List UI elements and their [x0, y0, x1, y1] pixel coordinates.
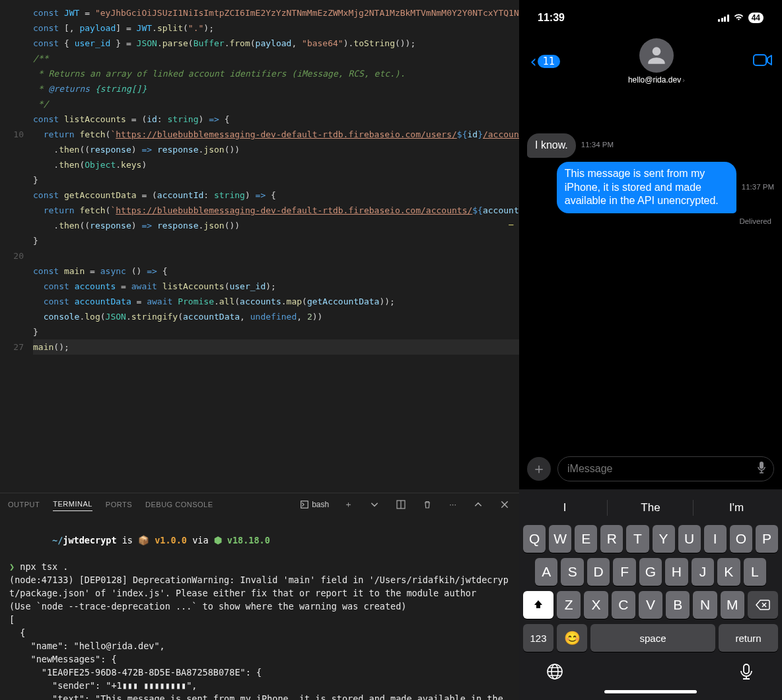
key-i[interactable]: I: [704, 525, 727, 553]
key-q[interactable]: Q: [523, 525, 546, 553]
panel-tab-ports[interactable]: PORTS: [106, 498, 132, 511]
globe-key[interactable]: [546, 662, 564, 683]
svg-rect-8: [744, 664, 749, 674]
message-input[interactable]: [557, 456, 774, 481]
key-m[interactable]: M: [721, 591, 744, 619]
key-z[interactable]: Z: [557, 591, 581, 619]
close-panel-button[interactable]: [498, 500, 511, 509]
message-timestamp: 11:37 PM: [742, 183, 774, 191]
key-d[interactable]: D: [587, 558, 610, 586]
prompt-symbol: ❯: [9, 561, 15, 572]
key-v[interactable]: V: [639, 591, 662, 619]
delivered-status: Delivered: [527, 217, 774, 225]
svg-rect-0: [301, 501, 308, 508]
message-row: This message is sent from my iPhone, it …: [527, 162, 774, 213]
more-actions-button[interactable]: ···: [447, 499, 458, 509]
key-x[interactable]: X: [584, 591, 608, 619]
key-b[interactable]: B: [666, 591, 690, 619]
keyboard: ITheI'm QWERTYUIOP ASDFGHJKL ZXCVBNM 123…: [519, 489, 782, 700]
terminal-dropdown-icon[interactable]: [368, 500, 381, 509]
message-text-field[interactable]: [567, 463, 756, 475]
kill-terminal-button[interactable]: [421, 500, 434, 509]
phone-status-bar: 11:39 44: [519, 0, 782, 30]
key-h[interactable]: H: [665, 558, 688, 586]
terminal-stdout: (node:47133) [DEP0128] DeprecationWarnin…: [9, 573, 510, 700]
key-a[interactable]: A: [535, 558, 557, 586]
facetime-button[interactable]: [753, 53, 773, 69]
key-w[interactable]: W: [549, 525, 571, 553]
key-p[interactable]: P: [756, 525, 778, 553]
key-c[interactable]: C: [612, 591, 635, 619]
key-o[interactable]: O: [730, 525, 752, 553]
chevron-right-icon: ›: [682, 76, 685, 84]
terminal-output[interactable]: ~/jwtdecrypt is 📦 v1.0.0 via ⬢ v18.18.0 …: [0, 515, 519, 700]
battery-level: 44: [748, 13, 764, 23]
key-f[interactable]: F: [613, 558, 635, 586]
key-l[interactable]: L: [744, 558, 766, 586]
panel-tab-bar: OUTPUTTERMINALPORTSDEBUG CONSOLE bash ＋ …: [0, 493, 519, 515]
prediction[interactable]: I: [522, 493, 608, 522]
message-timestamp: 11:34 PM: [581, 141, 614, 149]
message-input-bar: ＋: [519, 450, 782, 489]
key-g[interactable]: G: [639, 558, 662, 586]
message-bubble[interactable]: This message is sent from my iPhone, it …: [557, 162, 736, 213]
space-key[interactable]: space: [590, 624, 715, 652]
prediction-bar: ITheI'm: [522, 493, 779, 522]
shift-key[interactable]: [523, 591, 553, 619]
cellular-icon: [718, 15, 729, 22]
panel-tab-terminal[interactable]: TERMINAL: [53, 497, 92, 511]
backspace-key[interactable]: [748, 591, 778, 619]
shell-icon: [300, 500, 309, 509]
svg-rect-3: [754, 55, 766, 65]
key-j[interactable]: J: [692, 558, 714, 586]
key-k[interactable]: K: [717, 558, 740, 586]
avatar[interactable]: [639, 38, 674, 73]
key-r[interactable]: R: [600, 525, 623, 553]
attach-button[interactable]: ＋: [527, 457, 551, 481]
key-t[interactable]: T: [626, 525, 649, 553]
home-indicator[interactable]: [604, 690, 697, 693]
key-e[interactable]: E: [575, 525, 597, 553]
terminal-shell-label[interactable]: bash: [300, 500, 329, 509]
person-icon: [644, 43, 669, 68]
back-button[interactable]: ‹ 11: [528, 53, 560, 70]
phone-preview: 11:39 44 ‹ 11 hello@rida.dev›: [519, 0, 782, 700]
dictation-key[interactable]: [737, 662, 756, 683]
fold-indicator-icon: −: [509, 219, 514, 230]
prediction[interactable]: The: [608, 493, 693, 522]
return-key[interactable]: return: [719, 624, 778, 652]
message-row: I know.11:34 PM: [527, 133, 774, 158]
maximize-panel-button[interactable]: [472, 500, 485, 509]
emoji-key[interactable]: 😊: [557, 624, 587, 652]
split-terminal-button[interactable]: [394, 500, 408, 509]
numeric-key[interactable]: 123: [523, 624, 553, 652]
wifi-icon: [733, 11, 744, 25]
new-terminal-button[interactable]: ＋: [342, 499, 355, 510]
conversation-header: ‹ 11 hello@rida.dev›: [519, 34, 782, 91]
message-list[interactable]: I know.11:34 PMThis message is sent from…: [519, 129, 782, 450]
key-u[interactable]: U: [678, 525, 701, 553]
dictate-icon[interactable]: [756, 461, 767, 477]
message-bubble[interactable]: I know.: [527, 133, 576, 158]
panel-tab-output[interactable]: OUTPUT: [8, 498, 40, 511]
unread-badge: 11: [538, 55, 560, 68]
svg-rect-4: [760, 462, 764, 469]
key-y[interactable]: Y: [653, 525, 675, 553]
prediction[interactable]: I'm: [693, 493, 779, 522]
terminal-cwd: ~/: [52, 535, 63, 545]
status-time: 11:39: [538, 12, 565, 24]
terminal-command: npx tsx .: [15, 561, 68, 572]
code-editor[interactable]: const JWT = "eyJhbGciOiJSUzI1NiIsImtpZCI…: [0, 0, 519, 493]
panel-tab-debug-console[interactable]: DEBUG CONSOLE: [145, 498, 213, 511]
key-n[interactable]: N: [693, 591, 717, 619]
key-s[interactable]: S: [561, 558, 583, 586]
contact-name[interactable]: hello@rida.dev›: [628, 75, 685, 85]
